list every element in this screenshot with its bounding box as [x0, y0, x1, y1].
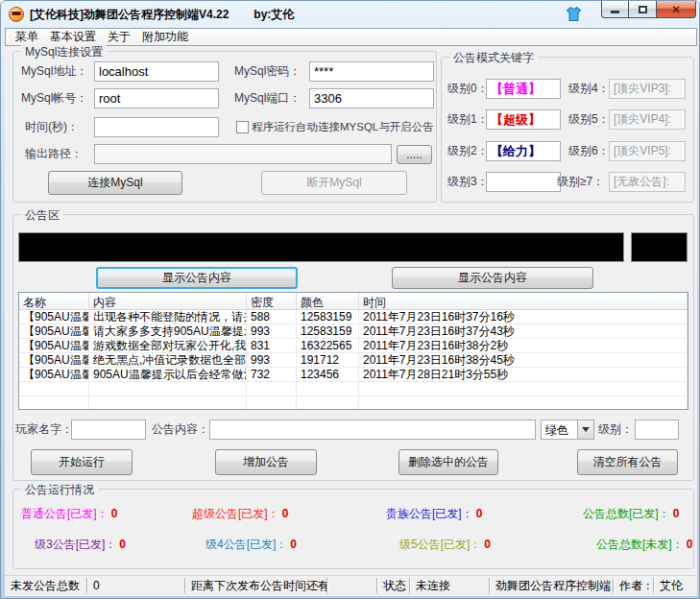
player-name-input[interactable]: [71, 419, 146, 440]
col-header-density[interactable]: 密度: [247, 293, 297, 309]
counter-label: 超级公告[已发]：: [192, 507, 279, 520]
cell-content: 游戏数据全部对玩家公开化,我会24小...: [89, 339, 247, 352]
delete-selected-button[interactable]: 删除选中的公告: [398, 449, 498, 475]
maximize-icon: [639, 6, 647, 13]
add-announce-button[interactable]: 增加公告: [215, 449, 317, 475]
level3-input[interactable]: [486, 172, 561, 192]
skin-shirt-icon[interactable]: [566, 6, 582, 22]
statusbar-app-name: 劲舞团公告程序控制端: [490, 578, 614, 593]
close-button[interactable]: ✕: [656, 1, 696, 18]
counter-label: 公告总数[未发]：: [596, 538, 684, 551]
table-row-empty: [19, 382, 688, 396]
counter-level4: 级4公告[已发]：0: [205, 537, 399, 553]
minimize-icon: [611, 11, 619, 13]
menu-item-settings[interactable]: 基本设置: [44, 29, 102, 45]
run-status-group: 公告运行情况 普通公告[已发]：0 超级公告[已发]：0 贵族公告[已发]：0 …: [12, 489, 694, 569]
level3-label: 级别3：: [447, 172, 489, 192]
menu-item-about[interactable]: 关于: [102, 29, 136, 45]
counter-label: 公告总数[已发]：: [583, 507, 670, 520]
level1-input[interactable]: 【超级】: [486, 109, 561, 130]
clear-all-button[interactable]: 清空所有公告: [577, 449, 678, 475]
auto-connect-checkbox[interactable]: [236, 121, 249, 133]
menu-item-extra[interactable]: 附加功能: [136, 29, 194, 45]
counter-super: 超级公告[已发]：0: [192, 506, 386, 522]
mysql-addr-label: MySql地址：: [21, 61, 87, 82]
minimize-button[interactable]: [601, 1, 629, 18]
counter-value: 0: [290, 538, 297, 551]
connect-mysql-button[interactable]: 连接MySql: [48, 171, 182, 195]
interval-input[interactable]: [94, 117, 219, 137]
table-row[interactable]: 【905AU温馨... 出现各种不能登陆的情况，请去网站帐... 588 125…: [19, 310, 688, 324]
mysql-group: MySql连接设置 MySql地址： localhost MySql密码： **…: [12, 51, 437, 203]
statusbar-author-value: 艾伦: [654, 578, 697, 593]
table-header-row: 名称 内容 密度 颜色 时间: [19, 293, 688, 310]
cell-time: 2011年7月28日21时3分55秒: [359, 368, 688, 381]
col-header-time[interactable]: 时间: [359, 293, 688, 309]
table-row[interactable]: 【905AU温馨... 绝无黑点,冲值记录数据也全部玩家开... 993 191…: [19, 353, 688, 368]
counter-value: 0: [687, 538, 693, 551]
disconnect-mysql-button[interactable]: 断开MySql: [261, 171, 407, 195]
counter-noble: 贵族公告[已发]：0: [386, 506, 583, 522]
cell-content: 请大家多多支持905AU温馨提示劲舞...: [89, 324, 247, 338]
color-select[interactable]: 绿色: [541, 419, 594, 440]
cell-name: 【905AU温馨...: [19, 310, 89, 323]
mysql-port-input[interactable]: 3306: [309, 88, 434, 108]
start-run-button[interactable]: 开始运行: [31, 449, 133, 475]
level0-input[interactable]: 【普通】: [486, 79, 561, 99]
maximize-button[interactable]: [629, 1, 656, 18]
level2-label: 级别2：: [447, 141, 489, 161]
level-label: 级别：: [598, 419, 633, 440]
mysql-user-input[interactable]: root: [94, 88, 219, 108]
announce-display-main: [18, 232, 624, 262]
app-window: [艾伦科技]劲舞团公告程序控制端V4.22 by:艾伦 ✕ 菜单 基本设置 关于…: [0, 0, 700, 599]
color-select-dropdown-button[interactable]: [577, 420, 593, 439]
announce-table: 名称 内容 密度 颜色 时间 【905AU温馨... 出现各种不能登陆的情况，请…: [18, 292, 688, 410]
mysql-addr-input[interactable]: localhost: [94, 61, 219, 82]
cell-name: 【905AU温馨...: [19, 353, 89, 367]
counter-total-unsent: 公告总数[未发]：0: [596, 537, 693, 553]
table-row[interactable]: 【905AU温馨... 游戏数据全部对玩家公开化,我会24小... 831 16…: [19, 339, 688, 353]
titlebar: [艾伦科技]劲舞团公告程序控制端V4.22 by:艾伦: [1, 1, 699, 28]
counter-row-2: 级3公告[已发]：0 级4公告[已发]：0 级5公告[已发]：0 公告总数[未发…: [13, 537, 693, 553]
announce-content-label: 公告内容：: [152, 419, 209, 440]
cell-content: 出现各种不能登陆的情况，请去网站帐...: [89, 310, 247, 323]
col-header-content[interactable]: 内容: [89, 293, 247, 309]
counter-value: 0: [119, 538, 126, 551]
announce-content-input[interactable]: [209, 419, 536, 440]
level4-input[interactable]: [顶尖VIP3]:: [609, 79, 686, 99]
counter-label: 贵族公告[已发]：: [386, 507, 473, 520]
col-header-color[interactable]: 颜色: [297, 293, 359, 309]
announce-group: 公告区 显示公告内容 显示公告内容 名称 内容 密度 颜色 时间 【905AU温…: [12, 214, 694, 481]
level2-input[interactable]: 【给力】: [486, 141, 561, 161]
show-announce-button-left[interactable]: 显示公告内容: [96, 267, 298, 289]
browse-button[interactable]: .....: [397, 145, 432, 164]
counter-level5: 级5公告[已发]：0: [399, 537, 596, 553]
cell-time: 2011年7月23日16时37分43秒: [359, 324, 688, 338]
window-byline: by:艾伦: [253, 7, 294, 23]
col-header-name[interactable]: 名称: [19, 293, 89, 309]
cell-density: 732: [247, 368, 297, 381]
mysql-user-label: MySql帐号：: [21, 88, 87, 108]
level5-input[interactable]: [顶尖VIP4]:: [609, 109, 686, 130]
output-path-input[interactable]: [94, 144, 392, 164]
counter-row-1: 普通公告[已发]：0 超级公告[已发]：0 贵族公告[已发]：0 公告总数[已发…: [13, 506, 693, 522]
level7-input[interactable]: [无敌公告]:: [609, 172, 686, 192]
menu-item-main[interactable]: 菜单: [10, 29, 44, 45]
close-icon: ✕: [671, 4, 681, 15]
counter-value: 0: [673, 507, 680, 520]
cell-time: 2011年7月23日16时37分16秒: [359, 310, 688, 323]
table-row[interactable]: 【905AU温馨... 905AU温馨提示以后会经常做活动,90... 732 …: [19, 368, 688, 382]
cell-time: 2011年7月23日16时38分2秒: [359, 339, 688, 352]
level-input[interactable]: [635, 419, 679, 440]
cell-density: 831: [247, 339, 297, 352]
level6-label: 级别6：: [568, 141, 610, 161]
table-row[interactable]: 【905AU温馨... 请大家多多支持905AU温馨提示劲舞... 993 12…: [19, 324, 688, 339]
announce-group-title: 公告区: [21, 207, 63, 224]
show-announce-button-right[interactable]: 显示公告内容: [392, 267, 593, 289]
counter-value: 0: [476, 507, 483, 520]
mysql-pwd-input[interactable]: ****: [309, 61, 434, 82]
table-row-empty: [19, 396, 688, 410]
level6-input[interactable]: [顶尖VIP5]:: [609, 141, 686, 161]
run-status-group-title: 公告运行情况: [21, 482, 98, 498]
cell-color: 16322565: [297, 339, 359, 352]
